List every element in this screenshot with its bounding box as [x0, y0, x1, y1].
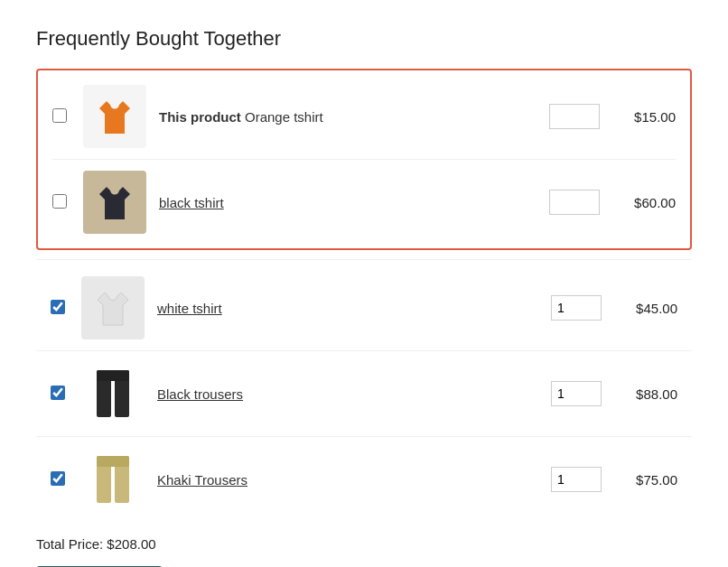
black-trousers-link[interactable]: Black trousers: [157, 386, 243, 402]
qty-input-khaki-trousers[interactable]: [551, 467, 602, 492]
checkbox-orange-tshirt[interactable]: [52, 108, 67, 123]
black-tshirt-icon: [90, 178, 139, 227]
total-price: Total Price: $208.00: [36, 522, 692, 561]
svg-rect-2: [97, 370, 129, 381]
price-white-tshirt: $45.00: [614, 301, 677, 316]
white-tshirt-link[interactable]: white tshirt: [157, 301, 222, 316]
checkbox-white-tshirt[interactable]: [51, 300, 65, 314]
svg-rect-5: [97, 456, 129, 467]
orange-tshirt-icon: [90, 92, 139, 141]
product-name-black-tshirt: black tshirt: [159, 195, 537, 210]
price-black-tshirt: $60.00: [612, 195, 676, 210]
white-tshirt-icon: [89, 284, 137, 332]
qty-input-black-trousers[interactable]: [551, 381, 602, 406]
checkbox-khaki-trousers[interactable]: [51, 471, 65, 486]
price-black-trousers: $88.00: [614, 386, 677, 402]
black-trousers-icon: [93, 368, 133, 419]
orange-tshirt-name: Orange tshirt: [245, 109, 323, 125]
checkbox-black-trousers[interactable]: [51, 386, 65, 400]
product-name-black-trousers: Black trousers: [157, 386, 538, 402]
qty-input-white-tshirt[interactable]: [551, 295, 602, 321]
product-image-white-tshirt: [81, 276, 145, 339]
section-divider: [36, 259, 692, 260]
khaki-trousers-icon: [93, 454, 133, 505]
this-product-label: This product: [159, 109, 241, 125]
product-row-black-tshirt: black tshirt $60.00: [38, 160, 690, 245]
page-title: Frequently Bought Together: [36, 27, 692, 51]
qty-input-black-tshirt[interactable]: [549, 190, 600, 215]
highlighted-group: This product Orange tshirt $15.00 black …: [36, 69, 692, 250]
product-name-orange-tshirt: This product Orange tshirt: [159, 109, 537, 125]
price-orange-tshirt: $15.00: [612, 109, 676, 125]
product-image-khaki-trousers: [81, 448, 145, 511]
product-row-khaki-trousers: Khaki Trousers $75.00: [36, 437, 692, 522]
product-row-orange-tshirt: This product Orange tshirt $15.00: [38, 74, 690, 159]
product-name-white-tshirt: white tshirt: [157, 301, 538, 316]
product-row-black-trousers: Black trousers $88.00: [36, 351, 692, 437]
product-list: This product Orange tshirt $15.00 black …: [36, 69, 692, 522]
black-tshirt-link[interactable]: black tshirt: [159, 195, 224, 210]
product-name-khaki-trousers: Khaki Trousers: [157, 472, 538, 488]
product-image-black-trousers: [81, 362, 145, 425]
qty-input-orange-tshirt[interactable]: [549, 104, 600, 129]
product-row-white-tshirt: white tshirt $45.00: [36, 265, 692, 351]
product-image-black-tshirt: [83, 171, 146, 234]
khaki-trousers-link[interactable]: Khaki Trousers: [157, 472, 247, 488]
checkbox-black-tshirt[interactable]: [52, 194, 67, 209]
price-khaki-trousers: $75.00: [614, 472, 677, 488]
product-image-orange-tshirt: [83, 85, 146, 148]
